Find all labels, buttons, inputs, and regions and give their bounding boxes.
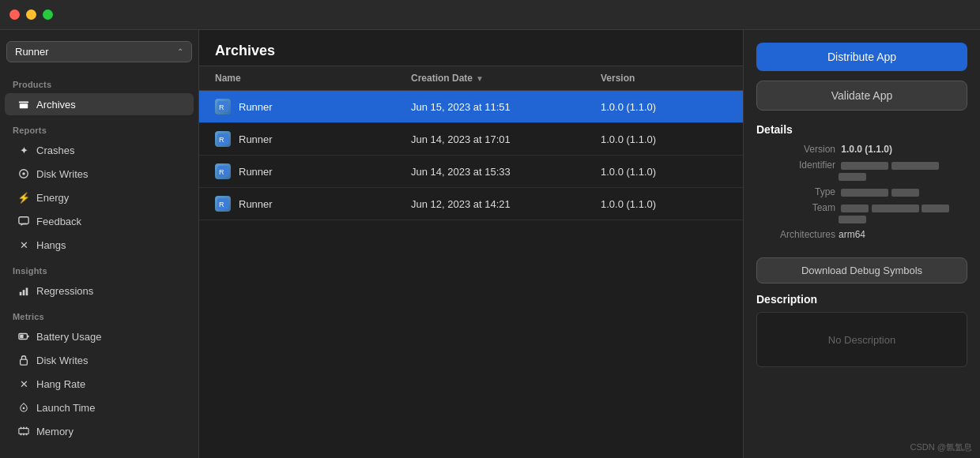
col-name-header: Name bbox=[215, 73, 411, 84]
sidebar-item-archives[interactable]: Archives bbox=[5, 93, 194, 115]
disk-writes-label: Disk Writes bbox=[36, 168, 88, 180]
battery-icon bbox=[17, 330, 30, 343]
archives-title: Archives bbox=[215, 43, 275, 58]
svg-rect-10 bbox=[27, 336, 28, 338]
svg-rect-15 bbox=[21, 427, 22, 430]
chevron-down-icon: ⌃ bbox=[177, 47, 183, 56]
battery-usage-label: Battery Usage bbox=[36, 331, 101, 343]
sidebar-item-disk-writes-metrics[interactable]: Disk Writes bbox=[5, 349, 194, 371]
svg-rect-16 bbox=[23, 427, 24, 430]
runner-label: Runner bbox=[15, 46, 49, 58]
description-title: Description bbox=[756, 293, 967, 306]
sidebar-item-regressions[interactable]: Regressions bbox=[5, 280, 194, 302]
svg-point-13 bbox=[23, 407, 25, 410]
row-app-icon: R bbox=[215, 131, 231, 147]
crashes-icon: ✦ bbox=[17, 144, 30, 156]
row-app-icon: R bbox=[215, 163, 231, 179]
svg-rect-8 bbox=[26, 288, 28, 296]
right-panel: Distribute App Validate App Details Vers… bbox=[743, 30, 980, 458]
type-label: Type bbox=[756, 186, 835, 197]
runner-dropdown[interactable]: Runner ⌃ bbox=[6, 41, 192, 62]
memory-icon bbox=[17, 425, 30, 437]
identifier-label: Identifier bbox=[756, 160, 835, 182]
app-body: Runner ⌃ Products Archives Reports ✦ Cra… bbox=[0, 30, 980, 458]
row-version-cell: 1.0.0 (1.1.0) bbox=[601, 101, 727, 113]
row-app-icon: R bbox=[215, 196, 231, 212]
architectures-detail-row: Architectures arm64 bbox=[756, 229, 967, 240]
architectures-value: arm64 bbox=[839, 229, 865, 240]
maximize-button[interactable] bbox=[43, 9, 53, 20]
validate-app-button[interactable]: Validate App bbox=[756, 81, 967, 111]
row-name: Runner bbox=[239, 166, 273, 178]
products-section-label: Products bbox=[0, 70, 198, 92]
table-row[interactable]: R Runner Jun 14, 2023 at 15:33 1.0.0 (1.… bbox=[199, 156, 743, 188]
table-header: Name Creation Date ▼ Version bbox=[199, 66, 743, 91]
sidebar-item-launch-time[interactable]: Launch Time bbox=[5, 396, 194, 419]
row-date-cell: Jun 14, 2023 at 17:01 bbox=[411, 133, 601, 145]
hang-rate-icon: ✕ bbox=[17, 377, 30, 390]
row-date-cell: Jun 12, 2023 at 14:21 bbox=[411, 198, 601, 210]
row-app-icon: R bbox=[215, 99, 231, 114]
download-debug-symbols-button[interactable]: Download Debug Symbols bbox=[756, 257, 967, 283]
table-container: Name Creation Date ▼ Version R bbox=[199, 66, 743, 458]
sidebar-item-energy[interactable]: ⚡ Energy bbox=[5, 186, 194, 208]
table-row[interactable]: R Runner Jun 14, 2023 at 17:01 1.0.0 (1.… bbox=[199, 123, 743, 156]
distribute-app-button[interactable]: Distribute App bbox=[756, 43, 967, 71]
svg-rect-17 bbox=[26, 427, 28, 430]
svg-rect-19 bbox=[23, 434, 24, 436]
energy-icon: ⚡ bbox=[17, 191, 30, 204]
crashes-label: Crashes bbox=[36, 145, 74, 156]
version-detail-row: Version 1.0.0 (1.1.0) bbox=[756, 144, 967, 155]
col-date-header[interactable]: Creation Date ▼ bbox=[411, 73, 601, 84]
disk-writes-metrics-label: Disk Writes bbox=[36, 355, 88, 366]
sidebar-item-crashes[interactable]: ✦ Crashes bbox=[5, 139, 194, 161]
svg-rect-12 bbox=[21, 359, 28, 365]
table-row[interactable]: R Runner Jun 12, 2023 at 14:21 1.0.0 (1.… bbox=[199, 188, 743, 220]
svg-point-4 bbox=[22, 172, 25, 175]
identifier-value bbox=[839, 160, 967, 182]
close-button[interactable] bbox=[9, 9, 20, 20]
architectures-label: Architectures bbox=[756, 229, 835, 240]
team-value bbox=[839, 202, 967, 224]
main-area: Archives Name Creation Date ▼ Version bbox=[199, 30, 743, 458]
type-detail-row: Type bbox=[756, 186, 967, 197]
no-description-text: No Description bbox=[828, 334, 895, 346]
svg-rect-2 bbox=[21, 105, 25, 106]
memory-label: Memory bbox=[36, 426, 74, 437]
metrics-section-label: Metrics bbox=[0, 302, 198, 325]
team-label: Team bbox=[756, 202, 835, 224]
row-version-cell: 1.0.0 (1.1.0) bbox=[601, 198, 727, 210]
hangs-label: Hangs bbox=[36, 239, 66, 251]
sidebar-item-hang-rate[interactable]: ✕ Hang Rate bbox=[5, 373, 194, 395]
version-value: 1.0.0 (1.1.0) bbox=[839, 144, 892, 155]
sidebar-item-battery-usage[interactable]: Battery Usage bbox=[5, 325, 194, 347]
hangs-icon: ✕ bbox=[17, 238, 30, 251]
launch-time-label: Launch Time bbox=[36, 402, 95, 414]
minimize-button[interactable] bbox=[26, 9, 36, 20]
row-name-cell: R Runner bbox=[215, 163, 411, 179]
feedback-label: Feedback bbox=[36, 216, 81, 227]
type-value bbox=[839, 186, 919, 197]
sidebar-item-hangs[interactable]: ✕ Hangs bbox=[5, 234, 194, 256]
svg-text:R: R bbox=[219, 201, 224, 208]
feedback-icon bbox=[17, 215, 30, 227]
details-section: Details Version 1.0.0 (1.1.0) Identifier… bbox=[756, 123, 967, 245]
svg-rect-7 bbox=[23, 290, 25, 295]
row-date-cell: Jun 15, 2023 at 11:51 bbox=[411, 101, 601, 113]
sidebar-item-disk-writes[interactable]: Disk Writes bbox=[5, 163, 194, 185]
row-name: Runner bbox=[239, 198, 273, 210]
description-section: Description No Description bbox=[756, 293, 967, 367]
sidebar-item-feedback[interactable]: Feedback bbox=[5, 210, 194, 232]
svg-text:R: R bbox=[219, 103, 224, 111]
launch-time-icon bbox=[17, 401, 30, 414]
row-name: Runner bbox=[239, 133, 273, 145]
svg-rect-0 bbox=[19, 102, 28, 103]
archive-icon bbox=[17, 98, 30, 111]
archives-header: Archives bbox=[199, 30, 743, 66]
table-row[interactable]: R Runner Jun 15, 2023 at 11:51 1.0.0 (1.… bbox=[199, 91, 743, 123]
watermark: CSDN @氤氲息 bbox=[910, 441, 972, 453]
col-version-header: Version bbox=[601, 73, 727, 84]
svg-rect-5 bbox=[19, 217, 28, 224]
sidebar-item-memory[interactable]: Memory bbox=[5, 420, 194, 442]
team-detail-row: Team bbox=[756, 202, 967, 224]
